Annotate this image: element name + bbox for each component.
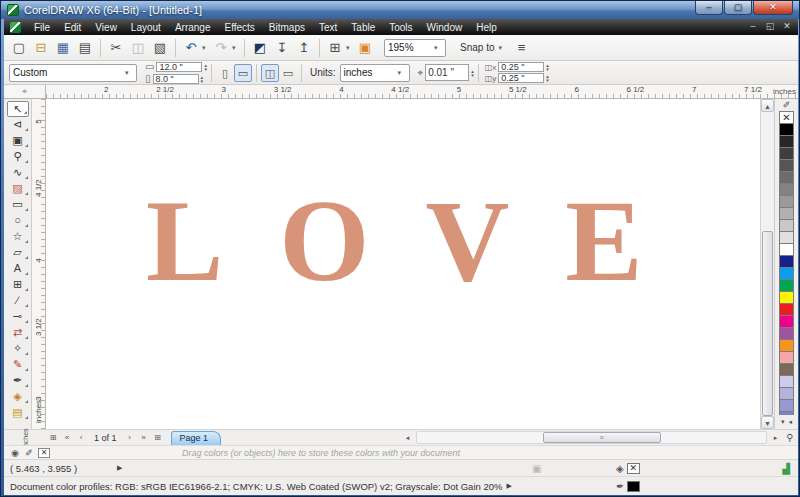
tool-outline-pen[interactable]: ✒ (7, 373, 29, 389)
horizontal-scrollbar[interactable]: ≡ (416, 431, 767, 444)
page-height-field[interactable]: 8.0 " (153, 74, 199, 84)
tool-crop[interactable]: ▣ (7, 133, 29, 149)
duplicate-x-field[interactable]: 0.25 " (498, 62, 544, 72)
tool-interactive-fill[interactable]: ▤ (7, 405, 29, 421)
paste-button[interactable]: ▧ (149, 38, 171, 58)
tool-pick[interactable]: ↖ (7, 101, 29, 117)
page-height-spinner[interactable]: ▴▾ (201, 75, 204, 83)
menu-arrange[interactable]: Arrange (168, 21, 218, 34)
duplicate-x-spinner[interactable]: ▴▾ (546, 63, 549, 71)
mdi-close-button[interactable]: ✕ (780, 21, 794, 33)
vertical-ruler[interactable]: 54 1/243 1/23 inches (32, 99, 46, 429)
horizontal-scroll-thumb[interactable]: ≡ (543, 432, 662, 443)
vertical-scroll-thumb[interactable] (762, 231, 773, 416)
application-launcher-button[interactable]: ⊞ (324, 38, 346, 58)
tool-blend[interactable]: ⇄ (7, 325, 29, 341)
tool-artistic-media[interactable]: ✎ (7, 357, 29, 373)
ruler-origin-box[interactable]: ⌖ (4, 85, 46, 98)
menu-bitmaps[interactable]: Bitmaps (262, 21, 312, 34)
menu-tools[interactable]: Tools (382, 21, 419, 34)
tool-color-eyedropper[interactable]: ✧ (7, 341, 29, 357)
save-button[interactable]: ▦ (52, 38, 74, 58)
tool-parallel-dimension[interactable]: ∕ (7, 293, 29, 309)
horizontal-ruler[interactable]: ⌖ 22 1/233 1/244 1/255 1/266 1/277 1/2 i… (4, 85, 798, 99)
mdi-restore-button[interactable]: ◱ (763, 21, 777, 33)
print-button[interactable]: ▤ (74, 38, 96, 58)
tool-fill[interactable]: ◈ (7, 389, 29, 405)
tool-shape[interactable]: ⊲ (7, 117, 29, 133)
new-document-button[interactable]: ▢ (8, 38, 30, 58)
tool-freehand[interactable]: ∿ (7, 165, 29, 181)
nudge-spinner[interactable]: ▴▾ (471, 69, 474, 77)
launcher-dropdown-arrow[interactable]: ▾ (346, 44, 354, 52)
duplicate-y-spinner[interactable]: ▴▾ (546, 74, 549, 82)
menu-file[interactable]: File (27, 21, 57, 34)
add-page-button-right[interactable]: ⊞ (151, 433, 165, 442)
welcome-screen-button[interactable]: ▣ (354, 38, 376, 58)
palette-flyout-arrow[interactable]: ◂ (789, 418, 793, 426)
redo-dropdown-arrow[interactable]: ▾ (232, 44, 240, 52)
no-color-swatch[interactable]: ✕ (779, 111, 794, 124)
nudge-offset-field[interactable]: 0.01 " (425, 64, 469, 81)
undo-dropdown-arrow[interactable]: ▾ (202, 44, 210, 52)
tool-zoom[interactable]: ⚲ (7, 149, 29, 165)
mdi-minimize-button[interactable]: – (746, 21, 760, 33)
palette-scroll-down-arrow[interactable]: ▾ (781, 418, 785, 426)
menu-window[interactable]: Window (420, 21, 470, 34)
previous-page-button[interactable]: ‹ (74, 433, 88, 442)
window-maximize-button[interactable]: ▢ (724, 1, 752, 15)
copy-button[interactable]: ◫ (127, 38, 149, 58)
first-page-button[interactable]: « (60, 433, 74, 442)
drawing-canvas[interactable]: LOVE (46, 99, 760, 429)
scroll-up-arrow[interactable]: ▲ (761, 99, 774, 112)
zoom-level-combo[interactable]: 195% ▾ (384, 39, 446, 57)
snap-to-dropdown-arrow[interactable]: ▾ (498, 44, 506, 52)
duplicate-y-field[interactable]: 0.25 " (498, 73, 544, 83)
window-minimize-button[interactable]: – (695, 1, 723, 15)
portrait-button[interactable]: ▯ (216, 64, 234, 82)
tool-polygon[interactable]: ☆ (7, 229, 29, 245)
scroll-right-arrow[interactable]: ▸ (769, 434, 782, 442)
add-page-button[interactable]: ⊞ (46, 433, 60, 442)
tool-smart-fill[interactable]: ▨ (7, 181, 29, 197)
vertical-scrollbar[interactable]: ▲ ▼ (760, 99, 774, 429)
tool-text[interactable]: A (7, 261, 29, 277)
cut-button[interactable]: ✂ (105, 38, 127, 58)
undo-button[interactable]: ↶ (180, 38, 202, 58)
menu-layout[interactable]: Layout (124, 21, 168, 34)
artwork-text-object[interactable]: LOVE (146, 183, 699, 299)
menu-view[interactable]: View (88, 21, 124, 34)
outline-color-swatch[interactable] (627, 481, 640, 492)
redo-button[interactable]: ↷ (210, 38, 232, 58)
all-pages-button[interactable]: ◫ (261, 64, 279, 82)
menu-effects[interactable]: Effects (217, 21, 261, 34)
menu-text[interactable]: Text (312, 21, 344, 34)
export-button[interactable]: ↥ (293, 38, 315, 58)
menu-help[interactable]: Help (469, 21, 504, 34)
navigator-button[interactable]: ⚲ (782, 432, 798, 443)
open-button[interactable]: ⊟ (30, 38, 52, 58)
last-page-button[interactable]: » (137, 433, 151, 442)
tool-rectangle[interactable]: ▭ (7, 197, 29, 213)
window-close-button[interactable]: ✕ (753, 1, 793, 15)
import-button[interactable]: ↧ (271, 38, 293, 58)
page-width-spinner[interactable]: ▴▾ (204, 63, 207, 71)
scroll-down-arrow[interactable]: ▼ (761, 416, 774, 429)
tool-basic-shapes[interactable]: ▱ (7, 245, 29, 261)
search-content-button[interactable]: ◩ (249, 38, 271, 58)
landscape-button[interactable]: ▭ (234, 64, 252, 82)
page-tab[interactable]: Page 1 (171, 431, 222, 445)
tool-ellipse[interactable]: ○ (7, 213, 29, 229)
tool-connector[interactable]: ⊸ (7, 309, 29, 325)
current-page-button[interactable]: ▭ (279, 64, 297, 82)
fill-color-swatch[interactable]: ✕ (627, 463, 640, 474)
snap-to-button[interactable]: Snap to (460, 42, 494, 53)
profiles-flyout-arrow[interactable]: ▶ (506, 482, 511, 490)
page-size-preset-combo[interactable]: Custom ▾ (9, 64, 137, 82)
page-width-field[interactable]: 12.0 " (156, 62, 202, 72)
menu-edit[interactable]: Edit (57, 21, 88, 34)
menu-table[interactable]: Table (344, 21, 382, 34)
options-button[interactable]: ≡ (510, 38, 532, 58)
scroll-left-arrow[interactable]: ◂ (401, 434, 414, 442)
tool-table[interactable]: ⊞ (7, 277, 29, 293)
